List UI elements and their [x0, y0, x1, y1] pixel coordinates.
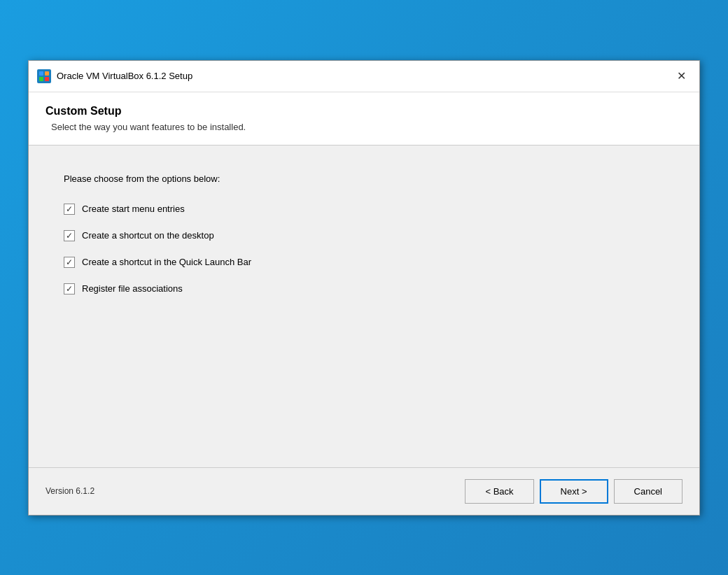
version-label: Version 6.1.2	[46, 486, 94, 496]
content-section: Please choose from the options below: Cr…	[29, 145, 699, 467]
checkbox-4[interactable]	[64, 283, 75, 294]
app-icon	[37, 69, 51, 83]
checkbox-label-2: Create a shortcut on the desktop	[82, 230, 214, 241]
page-subtitle: Select the way you want features to be i…	[51, 122, 682, 132]
checkbox-item-1[interactable]: Create start menu entries	[64, 204, 664, 215]
title-bar-left: Oracle VM VirtualBox 6.1.2 Setup	[37, 69, 192, 83]
checkbox-item-2[interactable]: Create a shortcut on the desktop	[64, 230, 664, 241]
cancel-button[interactable]: Cancel	[614, 479, 682, 504]
next-button[interactable]: Next >	[540, 479, 608, 504]
footer-buttons: < Back Next > Cancel	[465, 479, 682, 504]
back-button[interactable]: < Back	[465, 479, 533, 504]
checkbox-list: Create start menu entries Create a short…	[64, 204, 664, 294]
svg-rect-1	[45, 71, 49, 76]
checkbox-label-1: Create start menu entries	[82, 204, 185, 214]
close-button[interactable]: ✕	[671, 66, 691, 86]
checkbox-2[interactable]	[64, 230, 75, 241]
page-title: Custom Setup	[46, 105, 682, 118]
checkbox-item-3[interactable]: Create a shortcut in the Quick Launch Ba…	[64, 257, 664, 268]
window-title: Oracle VM VirtualBox 6.1.2 Setup	[57, 71, 192, 81]
svg-rect-2	[39, 77, 43, 81]
header-section: Custom Setup Select the way you want fea…	[29, 92, 699, 145]
checkbox-label-4: Register file associations	[82, 283, 183, 294]
svg-rect-3	[45, 77, 49, 81]
checkbox-1[interactable]	[64, 204, 75, 215]
footer-section: Version 6.1.2 < Back Next > Cancel	[29, 467, 699, 515]
setup-window: Oracle VM VirtualBox 6.1.2 Setup ✕ Custo…	[28, 60, 700, 516]
checkbox-3[interactable]	[64, 257, 75, 268]
checkbox-label-3: Create a shortcut in the Quick Launch Ba…	[82, 257, 251, 267]
checkbox-item-4[interactable]: Register file associations	[64, 283, 664, 294]
svg-rect-0	[39, 71, 43, 76]
choose-label: Please choose from the options below:	[64, 173, 664, 184]
title-bar: Oracle VM VirtualBox 6.1.2 Setup ✕	[29, 61, 699, 92]
